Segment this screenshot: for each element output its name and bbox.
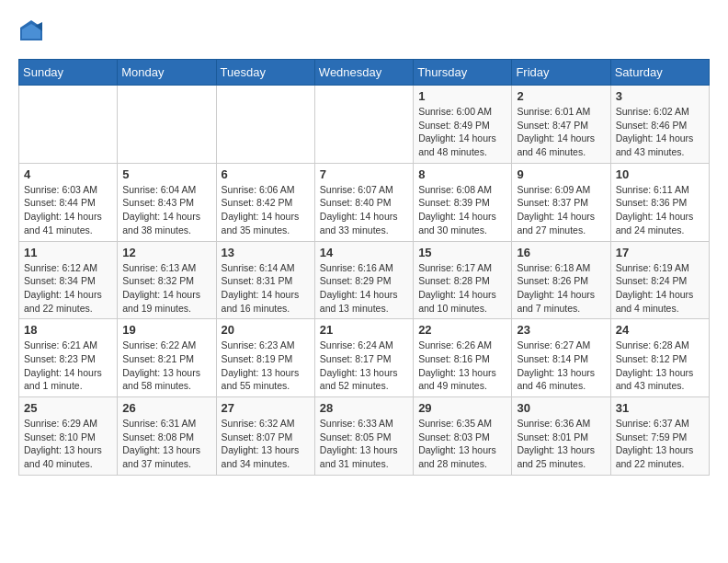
day-info: Sunrise: 6:06 AM Sunset: 8:42 PM Dayligh… (222, 183, 310, 237)
day-info: Sunrise: 6:00 AM Sunset: 8:49 PM Dayligh… (418, 105, 506, 159)
calendar-cell (19, 86, 118, 164)
day-number: 28 (320, 401, 408, 415)
day-info: Sunrise: 6:17 AM Sunset: 8:28 PM Dayligh… (418, 261, 506, 316)
day-number: 21 (320, 323, 408, 337)
day-info: Sunrise: 6:01 AM Sunset: 8:47 PM Dayligh… (517, 105, 605, 159)
calendar-cell: 16Sunrise: 6:18 AM Sunset: 8:26 PM Dayli… (512, 241, 610, 319)
day-info: Sunrise: 6:37 AM Sunset: 7:59 PM Dayligh… (616, 417, 704, 471)
day-number: 12 (122, 246, 210, 259)
calendar-cell: 22Sunrise: 6:26 AM Sunset: 8:16 PM Dayli… (414, 319, 512, 397)
calendar-cell: 1Sunrise: 6:00 AM Sunset: 8:49 PM Daylig… (414, 86, 512, 164)
day-info: Sunrise: 6:31 AM Sunset: 8:08 PM Dayligh… (122, 417, 210, 471)
calendar-cell: 29Sunrise: 6:35 AM Sunset: 8:03 PM Dayli… (414, 397, 512, 476)
calendar-cell (118, 86, 216, 164)
day-number: 30 (517, 401, 605, 415)
day-number: 19 (122, 323, 210, 337)
day-number: 17 (616, 246, 704, 259)
calendar-header-saturday: Saturday (610, 60, 709, 86)
calendar-header-wednesday: Wednesday (314, 60, 413, 86)
day-number: 2 (517, 89, 605, 103)
calendar-cell: 6Sunrise: 6:06 AM Sunset: 8:42 PM Daylig… (216, 163, 314, 241)
day-number: 9 (517, 167, 605, 181)
calendar-cell: 14Sunrise: 6:16 AM Sunset: 8:29 PM Dayli… (314, 241, 413, 319)
day-info: Sunrise: 6:21 AM Sunset: 8:23 PM Dayligh… (24, 339, 112, 393)
calendar-cell: 11Sunrise: 6:12 AM Sunset: 8:34 PM Dayli… (19, 241, 118, 319)
calendar-cell: 10Sunrise: 6:11 AM Sunset: 8:36 PM Dayli… (610, 163, 709, 241)
calendar-header-tuesday: Tuesday (216, 60, 314, 86)
day-info: Sunrise: 6:08 AM Sunset: 8:39 PM Dayligh… (418, 183, 506, 237)
calendar-cell: 20Sunrise: 6:23 AM Sunset: 8:19 PM Dayli… (216, 319, 314, 397)
calendar-cell: 9Sunrise: 6:09 AM Sunset: 8:37 PM Daylig… (512, 163, 610, 241)
calendar-cell: 15Sunrise: 6:17 AM Sunset: 8:28 PM Dayli… (414, 241, 512, 319)
calendar-cell: 26Sunrise: 6:31 AM Sunset: 8:08 PM Dayli… (118, 397, 216, 476)
day-number: 6 (222, 167, 310, 181)
day-info: Sunrise: 6:02 AM Sunset: 8:46 PM Dayligh… (616, 105, 704, 159)
day-number: 13 (222, 246, 310, 259)
calendar-cell: 2Sunrise: 6:01 AM Sunset: 8:47 PM Daylig… (512, 86, 610, 164)
calendar-cell: 31Sunrise: 6:37 AM Sunset: 7:59 PM Dayli… (610, 397, 709, 476)
calendar-cell: 12Sunrise: 6:13 AM Sunset: 8:32 PM Dayli… (118, 241, 216, 319)
calendar-cell: 23Sunrise: 6:27 AM Sunset: 8:14 PM Dayli… (512, 319, 610, 397)
calendar-week-3: 11Sunrise: 6:12 AM Sunset: 8:34 PM Dayli… (19, 241, 710, 319)
day-number: 29 (418, 401, 506, 415)
calendar-cell: 17Sunrise: 6:19 AM Sunset: 8:24 PM Dayli… (610, 241, 709, 319)
calendar-cell: 4Sunrise: 6:03 AM Sunset: 8:44 PM Daylig… (19, 163, 118, 241)
calendar-week-2: 4Sunrise: 6:03 AM Sunset: 8:44 PM Daylig… (19, 163, 710, 241)
calendar-cell (314, 86, 413, 164)
day-number: 14 (320, 246, 408, 259)
calendar-cell: 25Sunrise: 6:29 AM Sunset: 8:10 PM Dayli… (19, 397, 118, 476)
calendar-cell: 21Sunrise: 6:24 AM Sunset: 8:17 PM Dayli… (314, 319, 413, 397)
calendar-table: SundayMondayTuesdayWednesdayThursdayFrid… (18, 59, 710, 476)
calendar-cell (216, 86, 314, 164)
calendar-header-sunday: Sunday (19, 60, 118, 86)
day-info: Sunrise: 6:19 AM Sunset: 8:24 PM Dayligh… (616, 261, 704, 316)
day-number: 18 (24, 323, 112, 337)
day-number: 25 (24, 401, 112, 415)
day-number: 11 (24, 246, 112, 259)
day-info: Sunrise: 6:36 AM Sunset: 8:01 PM Dayligh… (517, 417, 605, 471)
day-number: 8 (418, 167, 506, 181)
day-number: 15 (418, 246, 506, 259)
calendar-cell: 3Sunrise: 6:02 AM Sunset: 8:46 PM Daylig… (610, 86, 709, 164)
calendar-header-friday: Friday (512, 60, 610, 86)
day-info: Sunrise: 6:24 AM Sunset: 8:17 PM Dayligh… (320, 339, 408, 393)
day-info: Sunrise: 6:13 AM Sunset: 8:32 PM Dayligh… (122, 261, 210, 316)
calendar-week-4: 18Sunrise: 6:21 AM Sunset: 8:23 PM Dayli… (19, 319, 710, 397)
day-info: Sunrise: 6:04 AM Sunset: 8:43 PM Dayligh… (122, 183, 210, 237)
day-number: 22 (418, 323, 506, 337)
day-info: Sunrise: 6:16 AM Sunset: 8:29 PM Dayligh… (320, 261, 408, 316)
day-info: Sunrise: 6:35 AM Sunset: 8:03 PM Dayligh… (418, 417, 506, 471)
day-info: Sunrise: 6:28 AM Sunset: 8:12 PM Dayligh… (616, 339, 704, 393)
day-info: Sunrise: 6:26 AM Sunset: 8:16 PM Dayligh… (418, 339, 506, 393)
page-header (18, 18, 710, 44)
day-info: Sunrise: 6:11 AM Sunset: 8:36 PM Dayligh… (616, 183, 704, 237)
day-info: Sunrise: 6:09 AM Sunset: 8:37 PM Dayligh… (517, 183, 605, 237)
day-number: 5 (122, 167, 210, 181)
day-info: Sunrise: 6:22 AM Sunset: 8:21 PM Dayligh… (122, 339, 210, 393)
day-info: Sunrise: 6:12 AM Sunset: 8:34 PM Dayligh… (24, 261, 112, 316)
day-number: 16 (517, 246, 605, 259)
calendar-cell: 7Sunrise: 6:07 AM Sunset: 8:40 PM Daylig… (314, 163, 413, 241)
day-number: 20 (222, 323, 310, 337)
calendar-cell: 30Sunrise: 6:36 AM Sunset: 8:01 PM Dayli… (512, 397, 610, 476)
day-number: 7 (320, 167, 408, 181)
day-number: 23 (517, 323, 605, 337)
calendar-cell: 13Sunrise: 6:14 AM Sunset: 8:31 PM Dayli… (216, 241, 314, 319)
logo (18, 18, 48, 44)
day-number: 3 (616, 89, 704, 103)
day-number: 24 (616, 323, 704, 337)
calendar-cell: 5Sunrise: 6:04 AM Sunset: 8:43 PM Daylig… (118, 163, 216, 241)
day-info: Sunrise: 6:32 AM Sunset: 8:07 PM Dayligh… (222, 417, 310, 471)
day-number: 4 (24, 167, 112, 181)
day-info: Sunrise: 6:14 AM Sunset: 8:31 PM Dayligh… (222, 261, 310, 316)
calendar-cell: 19Sunrise: 6:22 AM Sunset: 8:21 PM Dayli… (118, 319, 216, 397)
calendar-header-monday: Monday (118, 60, 216, 86)
calendar-cell: 27Sunrise: 6:32 AM Sunset: 8:07 PM Dayli… (216, 397, 314, 476)
day-info: Sunrise: 6:18 AM Sunset: 8:26 PM Dayligh… (517, 261, 605, 316)
day-info: Sunrise: 6:23 AM Sunset: 8:19 PM Dayligh… (222, 339, 310, 393)
calendar-header-thursday: Thursday (414, 60, 512, 86)
calendar-week-1: 1Sunrise: 6:00 AM Sunset: 8:49 PM Daylig… (19, 86, 710, 164)
day-number: 31 (616, 401, 704, 415)
day-info: Sunrise: 6:03 AM Sunset: 8:44 PM Dayligh… (24, 183, 112, 237)
calendar-cell: 28Sunrise: 6:33 AM Sunset: 8:05 PM Dayli… (314, 397, 413, 476)
